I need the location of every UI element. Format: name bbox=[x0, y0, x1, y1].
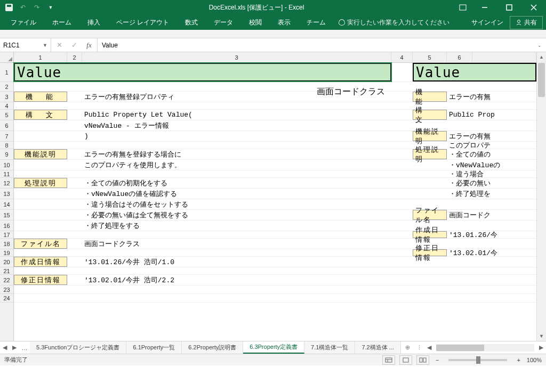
cell[interactable]: Public Property Let Value( bbox=[82, 110, 391, 120]
cell[interactable]: このプロパテ bbox=[447, 142, 536, 149]
tab-scroll-right-icon[interactable]: ▶ bbox=[10, 341, 19, 354]
horizontal-scrollbar[interactable]: ◀▶ bbox=[424, 341, 546, 354]
cell[interactable]: ・終了処理をする bbox=[82, 220, 391, 231]
expand-formula-icon[interactable]: ⌄ bbox=[533, 38, 546, 52]
col-header[interactable]: 4 bbox=[391, 52, 413, 62]
tab-view[interactable]: 表示 bbox=[270, 15, 298, 30]
cell[interactable]: 画面コードクラス bbox=[82, 239, 391, 249]
row-header[interactable]: 12 bbox=[0, 178, 13, 189]
tab-insert[interactable]: 挿入 bbox=[80, 15, 108, 30]
tab-team[interactable]: チーム bbox=[299, 15, 333, 30]
cell[interactable]: ・必要の無い bbox=[447, 178, 536, 188]
close-button[interactable] bbox=[521, 0, 546, 15]
row-header[interactable]: 24 bbox=[0, 294, 13, 303]
row-header[interactable]: 2 bbox=[0, 82, 13, 92]
select-all-corner[interactable] bbox=[0, 52, 14, 63]
zoom-in-icon[interactable]: + bbox=[515, 357, 522, 363]
save-icon[interactable] bbox=[4, 3, 14, 12]
cell[interactable]: ・vNewValueの bbox=[447, 160, 536, 170]
ribbon-display-icon[interactable] bbox=[453, 4, 472, 11]
tab-data[interactable]: データ bbox=[206, 15, 240, 30]
col-header[interactable]: 2 bbox=[67, 52, 82, 62]
row-header[interactable]: 7 bbox=[0, 131, 13, 142]
col-header[interactable]: 6 bbox=[447, 52, 472, 62]
page-layout-view-icon[interactable] bbox=[399, 355, 412, 365]
row-header[interactable]: 1 bbox=[0, 63, 13, 82]
cell[interactable]: 機 能 bbox=[14, 92, 67, 102]
tab-scroll-more-icon[interactable]: … bbox=[19, 341, 30, 354]
row-header[interactable]: 9 bbox=[0, 149, 13, 160]
new-sheet-icon[interactable]: ⊕ bbox=[401, 341, 415, 354]
scrollbar-thumb[interactable] bbox=[538, 63, 545, 97]
row-header[interactable]: 23 bbox=[0, 285, 13, 294]
zoom-slider[interactable] bbox=[448, 359, 507, 361]
row-header[interactable]: 14 bbox=[0, 199, 13, 210]
cell[interactable]: Value bbox=[413, 63, 536, 81]
sheet-tab[interactable]: 7.1構造体一覧 bbox=[304, 341, 355, 354]
cell[interactable]: ・違う場合はその値をセットする bbox=[82, 199, 391, 209]
cell[interactable]: エラーの有無登録プロパティ bbox=[82, 92, 391, 102]
row-header[interactable]: 11 bbox=[0, 170, 13, 178]
undo-icon[interactable]: ↶ bbox=[18, 3, 28, 12]
cell[interactable]: 構 文 bbox=[14, 110, 67, 120]
row-header[interactable]: 3 bbox=[0, 92, 13, 102]
minimize-button[interactable] bbox=[472, 0, 497, 15]
cell[interactable]: 機能説明 bbox=[413, 131, 447, 141]
zoom-out-icon[interactable]: − bbox=[433, 357, 441, 363]
cell[interactable]: '13.01.26/今井 浩司/1.0 bbox=[82, 257, 391, 267]
maximize-button[interactable] bbox=[497, 0, 521, 15]
row-header[interactable]: 13 bbox=[0, 189, 13, 199]
cell[interactable]: Public Prop bbox=[447, 110, 536, 120]
cell[interactable]: エラーの有無 bbox=[447, 131, 536, 141]
cell[interactable]: ・終了処理を bbox=[447, 189, 536, 199]
cell[interactable]: ・違う場合 bbox=[447, 170, 536, 177]
sheet-tab[interactable]: 6.2Property説明書 bbox=[182, 341, 243, 354]
cell[interactable]: 画面コードク bbox=[447, 210, 536, 220]
cell[interactable]: 処理説明 bbox=[413, 149, 447, 159]
normal-view-icon[interactable] bbox=[382, 355, 395, 365]
cell[interactable]: ・vNewValueの値を確認する bbox=[82, 189, 391, 199]
row-header[interactable]: 17 bbox=[0, 231, 13, 239]
qat-customize-icon[interactable]: ▼ bbox=[46, 3, 55, 12]
tell-me-input[interactable]: 実行したい作業を入力してください bbox=[339, 18, 449, 27]
cell[interactable]: ・全ての値の bbox=[447, 149, 536, 159]
spreadsheet-grid[interactable]: 123456 123456789101112131415161718192021… bbox=[0, 52, 546, 341]
cell[interactable]: 作成日情報 bbox=[14, 257, 67, 267]
cell[interactable]: 機 能 bbox=[413, 92, 447, 102]
vertical-scrollbar[interactable]: ▲ ▼ bbox=[536, 52, 546, 341]
cell[interactable]: 機能説明 bbox=[14, 149, 67, 159]
cell[interactable]: ・必要の無い値は全て無視をする bbox=[82, 210, 391, 220]
row-header[interactable]: 15 bbox=[0, 210, 13, 220]
cell[interactable]: ファイル名 bbox=[413, 210, 447, 220]
row-header[interactable]: 16 bbox=[0, 220, 13, 231]
tab-formula[interactable]: 数式 bbox=[178, 15, 205, 30]
name-box[interactable]: R1C1▼ bbox=[0, 38, 51, 52]
cell[interactable]: このプロパティを使用します。 bbox=[82, 160, 391, 170]
cell[interactable]: '13.02.01/今井 浩司/2.2 bbox=[82, 275, 391, 285]
enter-formula-icon[interactable]: ✓ bbox=[68, 41, 80, 49]
cell[interactable]: 修正日情報 bbox=[14, 275, 67, 285]
row-header[interactable]: 21 bbox=[0, 267, 13, 275]
fx-icon[interactable]: fx bbox=[83, 41, 95, 50]
col-header[interactable]: 3 bbox=[82, 52, 391, 62]
col-header[interactable]: 1 bbox=[14, 52, 67, 62]
col-header[interactable]: 5 bbox=[413, 52, 447, 62]
sheet-tab[interactable]: 5.3Functionプロシージャ定義書 bbox=[30, 341, 126, 354]
cell[interactable]: '13.01.26/今 bbox=[447, 231, 536, 238]
scroll-down-icon[interactable]: ▼ bbox=[537, 331, 546, 341]
tab-layout[interactable]: ページ レイアウト bbox=[109, 15, 176, 30]
tab-file[interactable]: ファイル bbox=[3, 15, 44, 30]
row-header[interactable]: 22 bbox=[0, 275, 13, 285]
row-header[interactable]: 20 bbox=[0, 257, 13, 267]
cell[interactable]: '13.02.01/今 bbox=[447, 249, 536, 256]
zoom-value[interactable]: 100% bbox=[527, 357, 542, 363]
signin-button[interactable]: サインイン bbox=[466, 16, 509, 29]
row-header[interactable]: 5 bbox=[0, 110, 13, 120]
redo-icon[interactable]: ↷ bbox=[32, 3, 42, 12]
tab-review[interactable]: 校閲 bbox=[242, 15, 269, 30]
page-break-view-icon[interactable] bbox=[416, 355, 429, 365]
cancel-formula-icon[interactable]: ✕ bbox=[53, 41, 65, 49]
row-header[interactable]: 8 bbox=[0, 142, 13, 149]
sheet-tab[interactable]: 7.2構造体 ... bbox=[355, 341, 401, 354]
cell[interactable]: 構 文 bbox=[413, 110, 447, 120]
